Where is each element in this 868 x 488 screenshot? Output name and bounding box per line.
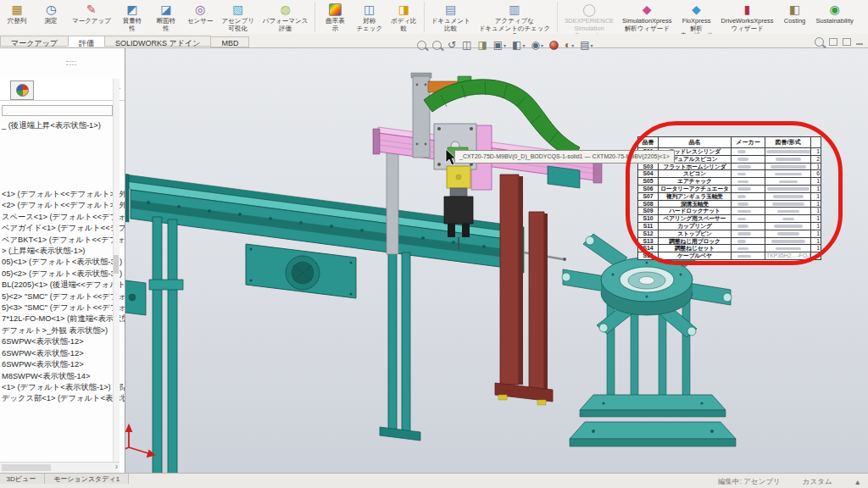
ribbon-label: 断面特 性 xyxy=(157,18,176,32)
ribbon-compare-documents[interactable]: ▤ドキュメント 比較 xyxy=(427,2,475,33)
markup-icon: ✎ xyxy=(84,3,98,17)
tree-item[interactable]: > (上昇端<表示状態-1>) xyxy=(0,246,124,257)
costing-icon: ◧ xyxy=(787,3,802,17)
scroll-right-icon[interactable]: › xyxy=(115,462,118,471)
ribbon-measure[interactable]: ◷測定 xyxy=(34,2,68,26)
view-orientation-icon: ▣ xyxy=(493,40,503,50)
simulationxpress-wizard-icon: ◆ xyxy=(640,3,654,17)
window-minimize-icon[interactable] xyxy=(856,43,863,45)
ribbon-symmetry-check[interactable]: ◫対称 チェック xyxy=(352,2,387,33)
ribbon-label: パフォーマンス 評価 xyxy=(263,18,309,32)
window-maximize-icon[interactable] xyxy=(843,38,851,46)
ribbon-sustainability[interactable]: ◉Sustainability xyxy=(812,2,858,26)
panel-vertical-scrollbar[interactable] xyxy=(113,79,120,462)
headsup-zoom-fit[interactable] xyxy=(417,41,426,50)
tree-item[interactable]: BL(2205)<1> (後退端<<デフォルト>_外観 表示状態> xyxy=(0,280,124,291)
tree-filter-input[interactable] xyxy=(2,105,113,116)
ribbon-label: 対称 チェック xyxy=(356,18,382,32)
tree-item[interactable]: <1> (デフォルト<<デフォルト>_外観 表示状態>) xyxy=(0,189,124,200)
headsup-dynamic-assembly-visualization[interactable]: ◨ xyxy=(477,40,487,50)
tree-item[interactable]: デフォルト>_外観 表示状態>) xyxy=(0,325,124,336)
headsup-view-settings[interactable]: ▤▾ xyxy=(580,40,593,50)
bottom-bar: モデル3Dビューモーションスタディ1 編集中: アセンブリカスタム▲ xyxy=(0,473,868,488)
ribbon-sensor[interactable]: ◎センサー xyxy=(183,2,218,26)
zoom-area-icon xyxy=(432,41,442,50)
tree-item[interactable]: <1> (デフォルト<表示状態-1>) (部品表から除外) xyxy=(0,382,124,393)
ribbon-assembly-visualization[interactable]: ▧アセンブリ 可視化 xyxy=(217,2,258,33)
headsup-edit-appearance[interactable] xyxy=(549,41,559,50)
status-unit-toggle[interactable]: ▲ xyxy=(854,478,861,486)
tree-item[interactable]: <2> (デフォルト<<デフォルト>_外観 表示状態>) xyxy=(0,200,124,211)
ribbon-section-properties[interactable]: ◪断面特 性 xyxy=(149,2,183,33)
headsup-hide-show-items[interactable]: ◉▾ xyxy=(531,40,543,50)
tab-markup[interactable]: マークアップ xyxy=(0,36,69,47)
curvature-display-icon xyxy=(328,3,342,17)
ribbon-check-active-document[interactable]: ▥アクティブな ドキュメントのチェック▾ xyxy=(475,2,554,37)
ribbon-label: ボディ比 較 xyxy=(391,18,417,32)
ribbon-simulationxpress-wizard[interactable]: ◆SimulationXpress 解析ウィザード xyxy=(618,2,676,33)
ribbon-label: Sustainability xyxy=(816,18,854,25)
sensor-icon: ◎ xyxy=(193,3,208,17)
top-right-controls xyxy=(815,37,863,47)
tree-item[interactable]: _ (後退端上昇<表示状態-1>) xyxy=(0,120,125,131)
mouse-cursor xyxy=(444,148,458,167)
3dexperience-simulation-connector-icon: ◯ xyxy=(582,3,597,17)
tree-item[interactable]: 7*12L-FO-MO<1> (前進端<表示状態-2>) xyxy=(0,313,124,324)
tree-item[interactable]: M8SWPW<表示状態-14> xyxy=(0,371,124,382)
tree-item[interactable]: 6SWPW<表示状態-12> xyxy=(0,348,124,359)
ribbon-curvature-display[interactable]: 曲率表 示 xyxy=(318,2,352,33)
tab-evaluate[interactable]: 評価 xyxy=(68,36,105,47)
status-editing: 編集中: アセンブリ xyxy=(718,477,781,487)
feature-manager-tab[interactable] xyxy=(10,80,34,100)
tree-item[interactable]: 5)<3> "SMC" (デフォルト<<デフォルト>_外観 表示状態> xyxy=(0,302,124,313)
scrollbar-thumb[interactable] xyxy=(2,464,51,471)
panel-horizontal-scrollbar[interactable]: › xyxy=(0,462,120,473)
ribbon-label: SimulationXpress 解析ウィザード xyxy=(622,18,671,32)
measure-icon: ◷ xyxy=(44,3,58,17)
ribbon-label: DriveWorksXpress ウィザード xyxy=(721,18,774,32)
panel-tab-strip: > xyxy=(0,79,125,101)
tab-solidworks-addins[interactable]: SOLIDWORKS アドイン xyxy=(104,36,211,47)
tree-item[interactable]: ベアガイド<1> (デフォルト<<デフォルト>_外観 表示状態> xyxy=(0,223,124,234)
headsup-display-style[interactable]: ◧▾ xyxy=(512,40,525,50)
headsup-apply-scene[interactable]: ◐▾ xyxy=(565,40,574,50)
dropdown-caret-icon: ▾ xyxy=(504,42,506,48)
ribbon-label: 曲率表 示 xyxy=(326,18,345,32)
ribbon-body-compare[interactable]: ◨ボディ比 較 xyxy=(387,2,421,33)
document-tab-strip: モデル3Dビューモーションスタディ1 xyxy=(0,474,129,484)
driveworksxpress-wizard-icon: ▮ xyxy=(740,3,754,17)
doc-tab-motion-study[interactable]: モーションスタディ1 xyxy=(45,474,129,484)
ribbon-costing[interactable]: ◧Costing xyxy=(778,2,812,26)
search-icon[interactable] xyxy=(815,37,824,47)
tree-item[interactable]: デックス部<1> (デフォルト<表示状態-1>) (部品表から除外 xyxy=(0,393,124,404)
ribbon-markup[interactable]: ✎マークアップ xyxy=(68,2,115,26)
feature-manager-panel: > _ (後退端上昇<表示状態-1>) <1> (デフォルト<<デフォルト>_外… xyxy=(0,48,125,473)
headsup-zoom-area[interactable] xyxy=(432,41,442,50)
ribbon-driveworksxpress-wizard[interactable]: ▮DriveWorksXpress ウィザード xyxy=(717,2,778,33)
scrollbar-thumb[interactable] xyxy=(114,255,119,274)
ribbon-mass-properties[interactable]: ◩質量特 性 xyxy=(115,2,149,33)
tree-item[interactable]: 6SWPW<表示状態-12> xyxy=(0,359,124,370)
tree-item[interactable]: 5)<2> "SMC" (デフォルト<<デフォルト>_外観 表示状態> xyxy=(0,291,124,302)
tree-item[interactable]: 05)<1> (デフォルト<表示状態-3>) xyxy=(0,257,124,268)
window-restore-icon[interactable] xyxy=(829,38,837,46)
panel-splitter-grip[interactable] xyxy=(66,61,76,65)
tree-item[interactable]: 6SWPW<表示状態-12> xyxy=(0,336,124,347)
tab-mbd[interactable]: MBD xyxy=(210,36,249,47)
ribbon-label: ドキュメント 比較 xyxy=(431,18,470,32)
compare-documents-icon: ▤ xyxy=(443,3,458,17)
tree-item[interactable]: 05)<2> (デフォルト<表示状態-3>) xyxy=(0,269,124,280)
doc-tab-3dviews[interactable]: 3Dビュー xyxy=(0,474,45,484)
performance-evaluation-icon: ◍ xyxy=(278,3,292,17)
graphics-viewport[interactable]: 品番品名メーカー図番/形式 S01ロッドレスシリンダ1S02デュアルスピコン2S… xyxy=(0,48,868,473)
headsup-view-orientation[interactable]: ▣▾ xyxy=(493,40,506,50)
ribbon-hole-alignment[interactable]: ▦穴整列 xyxy=(0,2,34,26)
ribbon-separator xyxy=(314,2,315,32)
ribbon-performance-evaluation[interactable]: ◍パフォーマンス 評価 xyxy=(259,2,313,33)
tree-item[interactable]: ベアBKT<1> (デフォルト<<デフォルト>_外観 表示状態>) xyxy=(0,235,124,246)
status-unit-custom[interactable]: カスタム xyxy=(803,477,832,487)
previous-view-icon: ↺ xyxy=(448,40,456,50)
tree-item[interactable]: スペース<1> (デフォルト<<デフォルト>_外観 表示状態> xyxy=(0,212,124,223)
headsup-previous-view[interactable]: ↺ xyxy=(448,40,456,50)
headsup-section-view[interactable]: ◫ xyxy=(462,40,471,50)
